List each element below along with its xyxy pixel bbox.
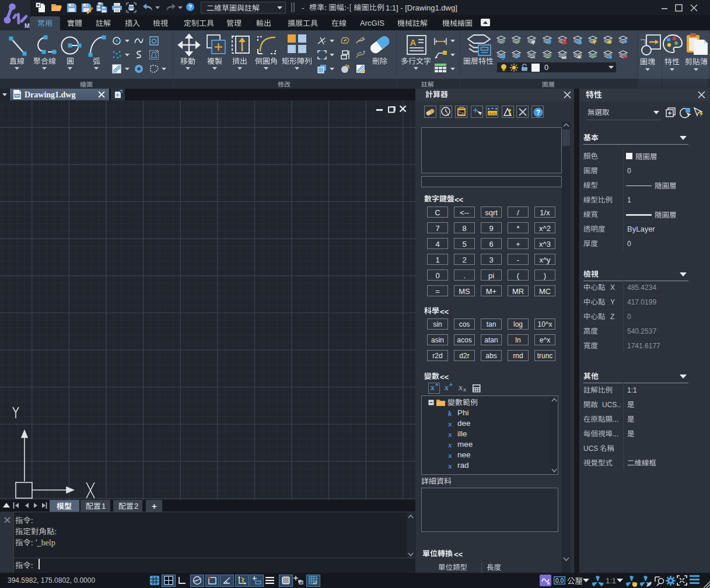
svg-text:M: M <box>25 22 30 29</box>
svg-text:?: ? <box>188 4 192 10</box>
svg-text:A: A <box>410 37 417 47</box>
svg-text:DWG: DWG <box>13 94 21 97</box>
svg-text:?: ? <box>536 108 540 117</box>
svg-text:0.0: 0.0 <box>555 578 564 584</box>
